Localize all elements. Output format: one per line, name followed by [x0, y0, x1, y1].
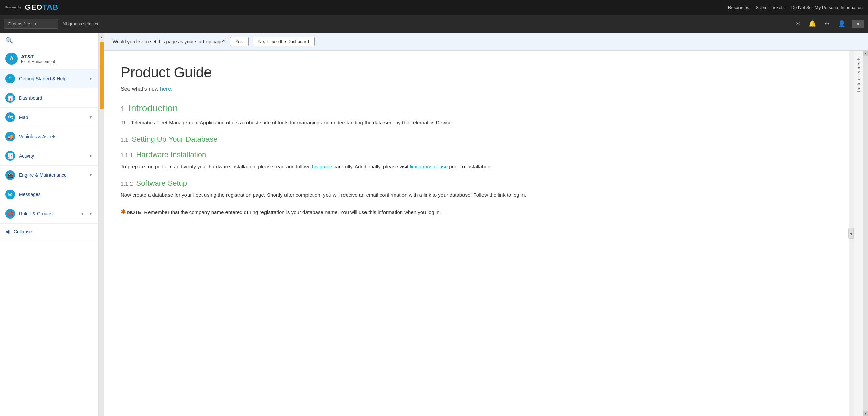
sidebar-search-section: 🔍: [0, 33, 98, 48]
collapse-icon: ◀: [5, 228, 9, 235]
rules-icon: ⭕: [5, 209, 15, 219]
top-nav-links: Resources Submit Tickets Do Not Sell My …: [728, 5, 863, 10]
startup-bar: Would you like to set this page as your …: [104, 33, 868, 51]
sidebar-item-vehicles[interactable]: 🚚 Vehicles & Assets: [0, 127, 98, 146]
content-area: Would you like to set this page as your …: [104, 33, 868, 416]
dashboard-icon: 📊: [5, 93, 15, 103]
sidebar-scrollbar: ▲: [98, 33, 104, 416]
section112-number: 1.1.2: [121, 181, 133, 187]
page-title: Product Guide: [121, 64, 833, 81]
sidebar-item-getting-started[interactable]: ? Getting Started & Help ▼: [0, 69, 98, 88]
getting-started-label: Getting Started & Help: [19, 76, 84, 81]
section1-body: The Telematics Fleet Management Applicat…: [121, 119, 833, 127]
collapse-label: Collapse: [14, 229, 93, 234]
gear-icon-button[interactable]: ⚙: [823, 19, 831, 29]
user-icon-button[interactable]: 👤: [836, 19, 847, 29]
no-dashboard-button[interactable]: No, I'll use the Dashboard: [253, 37, 315, 46]
note-body-text: : Remember that the company name entered…: [141, 209, 441, 215]
sidebar-item-collapse[interactable]: ◀ Collapse: [0, 224, 98, 240]
messages-label: Messages: [19, 192, 93, 197]
note-star-icon: ✱: [121, 209, 126, 215]
toc-label: Table of contents: [856, 56, 861, 93]
map-arrow-icon: ▼: [88, 115, 93, 120]
messages-icon: ✉: [5, 190, 15, 199]
logo-text: GEOTAB: [25, 3, 59, 12]
sidebar-item-engine-maintenance[interactable]: 🎬 Engine & Maintenance ▼: [0, 166, 98, 185]
top-bar: Powered by GEOTAB Resources Submit Ticke…: [0, 0, 868, 15]
main-scroll-up-button[interactable]: ▲: [863, 51, 868, 56]
this-guide-link[interactable]: this guide: [310, 164, 332, 169]
getting-started-icon: ?: [5, 74, 15, 83]
rules-arrow-icon: ▼: [80, 211, 84, 216]
sidebar-item-activity[interactable]: 📈 Activity ▼: [0, 146, 98, 166]
section111-heading: 1.1.1 Hardware Installation: [121, 150, 833, 159]
section11-heading: 1.1 Setting Up Your Database: [121, 135, 833, 144]
geotab-logo: Powered by GEOTAB: [5, 3, 58, 12]
content-scroll: ▲ ▼ Table of contents ◀ Product Guide Se…: [104, 51, 868, 416]
section112-heading: 1.1.2 Software Setup: [121, 179, 833, 188]
main-content: Product Guide See what's new here. 1 Int…: [104, 51, 849, 416]
map-icon: 🗺: [5, 112, 15, 122]
section111-body: To prepare for, perform and verify your …: [121, 163, 833, 171]
secondary-bar: Groups filter ▼ All groups selected ✉ 🔔 …: [0, 15, 868, 33]
sidebar-item-rules-groups[interactable]: ⭕ Rules & Groups ▼ ▼: [0, 204, 98, 224]
vehicles-icon: 🚚: [5, 132, 15, 141]
section1-title: Introduction: [128, 103, 178, 114]
powered-by-text: Powered by: [5, 6, 22, 9]
toc-sidebar: Table of contents: [854, 51, 863, 416]
logo-section: Powered by GEOTAB: [5, 3, 58, 12]
section112-title: Software Setup: [136, 179, 187, 188]
sidebar-item-dashboard[interactable]: 📊 Dashboard: [0, 88, 98, 108]
sidebar-item-map[interactable]: 🗺 Map ▼: [0, 108, 98, 127]
user-account-button[interactable]: ▼: [852, 20, 864, 28]
limitations-link[interactable]: limitations of use: [410, 164, 448, 169]
section1-number: 1: [121, 105, 125, 113]
brand-section: A AT&T Fleet Management: [0, 48, 98, 69]
engine-icon: 🎬: [5, 170, 15, 180]
scroll-thumb: [100, 42, 104, 109]
rules-label: Rules & Groups: [19, 211, 76, 216]
search-icon: 🔍: [5, 37, 13, 44]
yes-button[interactable]: Yes: [230, 37, 249, 46]
see-whats-new-text: See what's new here.: [121, 86, 833, 92]
sidebar-item-messages[interactable]: ✉ Messages: [0, 185, 98, 204]
brand-name: AT&T: [21, 54, 55, 59]
groups-filter-button[interactable]: Groups filter ▼: [4, 19, 58, 29]
section1-heading: 1 Introduction: [121, 103, 833, 114]
map-label: Map: [19, 115, 84, 120]
mail-icon-button[interactable]: ✉: [794, 19, 802, 29]
section111-title: Hardware Installation: [136, 150, 206, 159]
submit-tickets-link[interactable]: Submit Tickets: [756, 5, 785, 10]
header-icons: ✉ 🔔 ⚙ 👤 ▼: [794, 19, 864, 29]
toc-collapse-button[interactable]: ◀: [848, 228, 854, 239]
scroll-up-button[interactable]: ▲: [99, 34, 105, 40]
resources-link[interactable]: Resources: [728, 5, 749, 10]
startup-question: Would you like to set this page as your …: [113, 39, 226, 44]
section111-number: 1.1.1: [121, 152, 133, 159]
main-scroll-down-button[interactable]: ▼: [863, 411, 868, 416]
main-scrollbar: ▲ ▼: [863, 51, 868, 416]
section112-body: Now create a database for your fleet usi…: [121, 191, 833, 199]
engine-arrow-icon: ▼: [88, 173, 93, 178]
groups-filter-label: Groups filter: [8, 21, 32, 26]
rules-down-icon: ▼: [88, 211, 93, 216]
engine-label: Engine & Maintenance: [19, 172, 84, 178]
do-not-sell-link[interactable]: Do Not Sell My Personal Information: [791, 5, 863, 10]
main-layout: 🔍 A AT&T Fleet Management ? Getting Star…: [0, 33, 868, 416]
activity-label: Activity: [19, 153, 84, 159]
scroll-track: [863, 56, 868, 411]
all-groups-text: All groups selected: [62, 21, 790, 26]
note-bold-label: NOTE: [127, 209, 141, 215]
note-box: ✱ NOTE: Remember that the company name e…: [121, 207, 833, 217]
activity-arrow-icon: ▼: [88, 153, 93, 158]
user-name-text: ▼: [856, 21, 860, 26]
groups-filter-dropdown-icon: ▼: [34, 22, 37, 26]
vehicles-label: Vehicles & Assets: [19, 134, 93, 139]
activity-icon: 📈: [5, 151, 15, 161]
here-link[interactable]: here: [160, 86, 171, 92]
section11-number: 1.1: [121, 137, 128, 143]
brand-subtitle: Fleet Management: [21, 59, 55, 64]
getting-started-arrow-icon: ▼: [88, 76, 93, 81]
bell-icon-button[interactable]: 🔔: [807, 19, 817, 29]
section11-title: Setting Up Your Database: [132, 135, 217, 144]
